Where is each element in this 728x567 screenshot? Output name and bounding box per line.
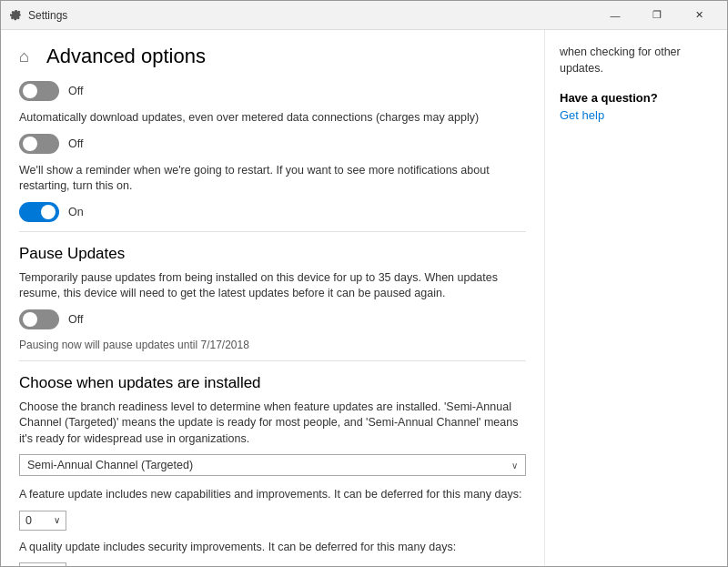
quality-days-select[interactable]: 0 ∨: [19, 562, 66, 566]
page-header: ⌂ Advanced options: [19, 45, 526, 68]
toggle-row-4: Off: [19, 309, 526, 329]
feature-days-arrow: ∨: [54, 515, 60, 525]
maximize-button[interactable]: ❐: [636, 1, 678, 30]
home-icon[interactable]: ⌂: [19, 47, 37, 66]
pause-description: Temporarily pause updates from being ins…: [19, 270, 526, 302]
have-question-text: Have a question?: [560, 91, 713, 105]
toggle-3-label: On: [68, 206, 84, 218]
get-help-link[interactable]: Get help: [560, 108, 604, 122]
right-panel: when checking for other updates. Have a …: [545, 30, 727, 566]
toggle-4[interactable]: [19, 309, 59, 329]
right-panel-text: when checking for other updates.: [560, 45, 713, 76]
quality-update-text: A quality update includes security impro…: [19, 540, 526, 556]
toggle-row-1: Off: [19, 81, 526, 101]
content-area: ⌂ Advanced options Off Automatically dow…: [1, 30, 727, 566]
channel-dropdown[interactable]: Semi-Annual Channel (Targeted) ∨: [19, 454, 526, 476]
toggle-1-knob: [23, 84, 37, 98]
toggle-4-label: Off: [68, 313, 83, 326]
divider-1: [19, 231, 526, 232]
toggle-row-2: Off: [19, 134, 526, 154]
feature-days-select[interactable]: 0 ∨: [19, 511, 66, 531]
toggle-1[interactable]: [19, 81, 59, 101]
channel-dropdown-value: Semi-Annual Channel (Targeted): [27, 459, 193, 471]
titlebar-title: Settings: [28, 9, 67, 22]
toggle-2-knob: [23, 137, 37, 151]
choose-updates-title: Choose when updates are installed: [19, 374, 526, 392]
settings-app-icon: [8, 8, 23, 23]
divider-2: [19, 360, 526, 361]
toggle-2-label: Off: [68, 137, 83, 150]
channel-dropdown-wrapper: Semi-Annual Channel (Targeted) ∨: [19, 454, 526, 476]
pause-until-text: Pausing now will pause updates until 7/1…: [19, 339, 526, 351]
page-title: Advanced options: [46, 45, 206, 68]
toggle-3-knob: [41, 205, 56, 219]
pause-updates-title: Pause Updates: [19, 245, 526, 263]
toggle-2[interactable]: [19, 134, 59, 154]
channel-dropdown-arrow: ∨: [511, 461, 518, 471]
settings-window: Settings — ❐ ✕ ⌂ Advanced options Off: [0, 0, 728, 567]
toggle-4-knob: [23, 312, 37, 327]
titlebar-left: Settings: [8, 8, 67, 23]
feature-update-text: A feature update includes new capabiliti…: [19, 487, 526, 503]
minimize-button[interactable]: —: [594, 1, 636, 30]
titlebar: Settings — ❐ ✕: [1, 1, 727, 30]
toggle-3[interactable]: [19, 202, 59, 222]
auto-download-text: Automatically download updates, even ove…: [19, 110, 526, 127]
close-button[interactable]: ✕: [678, 1, 720, 30]
restart-reminder-text: We'll show a reminder when we're going t…: [19, 163, 526, 195]
main-panel: ⌂ Advanced options Off Automatically dow…: [1, 30, 545, 566]
choose-description: Choose the branch readiness level to det…: [19, 400, 526, 448]
feature-days-value: 0: [25, 514, 32, 527]
titlebar-controls: — ❐ ✕: [594, 1, 720, 30]
toggle-row-3: On: [19, 202, 526, 222]
toggle-1-label: Off: [68, 85, 83, 97]
